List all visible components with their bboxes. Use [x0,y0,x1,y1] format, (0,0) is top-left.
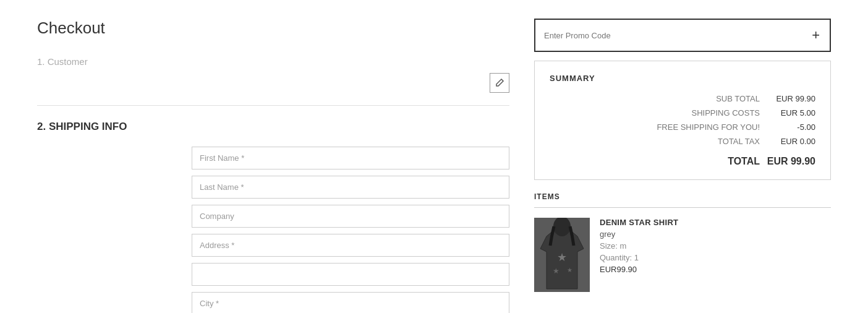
promo-add-button[interactable]: + [802,20,830,51]
shipping-section-label: 2. SHIPPING INFO [37,121,509,133]
summary-shipping-label: SHIPPING COSTS [550,108,760,118]
summary-total-row: TOTAL EUR 99.90 [550,152,815,167]
promo-input-wrapper: + [534,19,831,52]
company-input[interactable] [192,205,509,228]
customer-edit-button[interactable] [490,73,509,93]
shipping-form [37,147,509,313]
promo-section: + [534,19,831,52]
summary-total-label: TOTAL [550,156,760,167]
item-quantity: Quantity: 1 [600,253,678,262]
summary-shipping-value: EUR 5.00 [760,108,815,118]
section-divider [37,105,509,106]
item-image: ★ ★ ★ [534,218,590,292]
summary-title: SUMMARY [550,74,815,83]
item-color: grey [600,229,678,239]
item-price: EUR99.90 [600,265,678,274]
item-name: DENIM STAR SHIRT [600,218,678,227]
address2-input[interactable] [192,263,509,286]
customer-edit-row [37,73,509,93]
summary-freeshipping-value: -5.00 [760,122,815,132]
summary-total-value: EUR 99.90 [760,156,815,167]
item-size: Size: m [600,241,678,251]
left-column: Checkout 1. Customer 2. SHIPPING INFO [37,19,509,313]
summary-subtotal-label: SUB TOTAL [550,94,760,103]
customer-section: 1. Customer [37,56,509,93]
edit-icon [495,78,504,88]
last-name-input[interactable] [192,176,509,199]
item-image-svg: ★ ★ ★ [534,218,590,292]
summary-tax-value: EUR 0.00 [760,137,815,146]
item-image-placeholder: ★ ★ ★ [534,218,590,292]
items-divider [534,207,831,208]
summary-subtotal-value: EUR 99.90 [760,94,815,103]
address-input[interactable] [192,234,509,257]
item-details: DENIM STAR SHIRT grey Size: m Quantity: … [600,218,678,274]
summary-box: SUMMARY SUB TOTAL EUR 99.90 SHIPPING COS… [534,61,831,180]
summary-row-tax: TOTAL TAX EUR 0.00 [550,137,815,146]
svg-text:★: ★ [557,251,567,264]
summary-tax-label: TOTAL TAX [550,137,760,146]
summary-row-freeshipping: FREE SHIPPING FOR YOU! -5.00 [550,122,815,132]
summary-row-shipping: SHIPPING COSTS EUR 5.00 [550,108,815,118]
svg-text:★: ★ [567,267,572,273]
right-column: + SUMMARY SUB TOTAL EUR 99.90 SHIPPING C… [534,19,831,313]
page-title: Checkout [37,19,509,38]
svg-text:★: ★ [553,267,560,275]
items-label: ITEMS [534,192,831,201]
list-item: ★ ★ ★ DENIM STAR SHIRT grey Size: m [534,218,831,292]
items-section: ITEMS ★ ★ [534,192,831,292]
city-input[interactable] [192,292,509,313]
shipping-section: 2. SHIPPING INFO [37,121,509,313]
summary-freeshipping-label: FREE SHIPPING FOR YOU! [550,122,760,132]
summary-row-subtotal: SUB TOTAL EUR 99.90 [550,94,815,103]
customer-section-label: 1. Customer [37,56,509,67]
promo-code-input[interactable] [535,22,802,49]
first-name-input[interactable] [192,147,509,169]
